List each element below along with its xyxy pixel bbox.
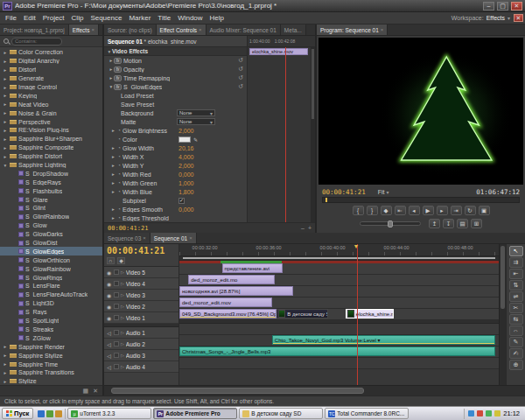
effect-item-s-glowrings[interactable]: S_GlowRings [0, 273, 102, 282]
trim-button[interactable]: ⊞ [471, 219, 482, 228]
param-row-width-red[interactable]: ▸◔Width Red0,000 [104, 170, 247, 178]
param-row-width-blue[interactable]: ▸◔Width Blue1,800 [104, 187, 247, 196]
timeline-clip-chto-takoe-novyi-god-mp3-volume-level[interactable]: Chto_Takoe_Novyi_God.mp3 Volume:Level ▾ [272, 335, 496, 345]
loop-button[interactable]: ↻ [465, 206, 476, 215]
param-row-color[interactable]: ◔Color✎ [104, 135, 247, 144]
tray-icon-3[interactable] [486, 410, 492, 416]
effects-folder-neat-video[interactable]: ▸Neat Video [0, 100, 102, 108]
reset-effect-icon[interactable]: ↺ [238, 66, 243, 73]
task-button-adobe-premiere-pro[interactable]: PrAdobe Premiere Pro [153, 408, 237, 419]
track-lane-video-3[interactable]: новогодняя.avi [28.87%] [179, 286, 499, 298]
slide-tool[interactable]: ⇔ [509, 326, 523, 336]
menu-title[interactable]: Title [154, 13, 174, 23]
timeline-clip-christmas-songs-jingle-bells-mp3[interactable]: Christmas_Songs_-_Jingle_Bells.mp3 [179, 346, 495, 356]
effects-folder-sapphire-time[interactable]: ▸Sapphire Time [0, 360, 102, 368]
mini-timeline-scrollbar[interactable] [311, 47, 315, 222]
param-value[interactable]: 4,000 [178, 154, 194, 160]
param-value[interactable]: 0,000 [178, 172, 194, 178]
menu-help[interactable]: Help [206, 13, 228, 23]
track-twirl-icon[interactable]: ▷ [121, 330, 124, 335]
stopwatch-icon[interactable]: ◔ [116, 136, 122, 142]
track-lane-audio-2[interactable]: Chto_Takoe_Novyi_God.mp3 Volume:Level ▾ [179, 335, 499, 346]
shuttle-slider[interactable] [360, 221, 421, 226]
effect-item-s-glowedges[interactable]: S_GlowEdges [0, 247, 102, 256]
track-mute-toggle[interactable]: ◁ [106, 341, 112, 347]
effects-folder-digital-anarchy[interactable]: ▸Digital Anarchy [0, 57, 102, 66]
go-to-out-button[interactable]: ⇥ [451, 206, 462, 215]
param-checkbox[interactable]: ✓ [178, 198, 185, 204]
ecw-tab-source-no-clips[interactable]: Source: (no clips) [104, 24, 157, 35]
effect-item-s-glowdarks[interactable]: S_GlowDarks [0, 230, 102, 239]
pen-tool[interactable]: ✎ [509, 337, 523, 347]
track-twirl-icon[interactable]: ▷ [121, 364, 124, 369]
effect-item-s-streaks[interactable]: S_Streaks [0, 326, 102, 334]
ecw-tab-audio-mixer-sequence-01[interactable]: Audio Mixer: Sequence 01 [206, 24, 281, 35]
effects-panel-tab-effects[interactable]: Effects× [69, 24, 99, 35]
timeline-tab-sequence-01[interactable]: Sequence 01× [150, 233, 197, 243]
ripple-edit-tool[interactable]: ⇤ [509, 269, 523, 279]
program-tab-program-sequence-01[interactable]: Program: Sequence 01× [317, 24, 388, 35]
track-twirl-icon[interactable]: ▷ [121, 341, 124, 346]
export-frame-button[interactable]: ▤ [457, 219, 468, 228]
param-row-subpixel[interactable]: Subpixel✓ [104, 196, 247, 205]
vertical-scroll-thumb[interactable] [500, 246, 505, 309]
maximize-button[interactable]: ▢ [497, 2, 508, 10]
effect-row-motion[interactable]: ▸fxMotion↺ [104, 56, 247, 65]
track-mute-toggle[interactable]: ◁ [106, 330, 112, 336]
ecw-tab-effect-controls[interactable]: Effect Controls× [157, 24, 206, 35]
quicklaunch-icon-1[interactable] [38, 410, 45, 417]
track-lock-toggle[interactable] [114, 364, 119, 369]
track-lock-toggle[interactable] [114, 341, 119, 346]
track-select-tool[interactable]: ⇉ [509, 257, 523, 268]
timeline-tab-sequence-03[interactable]: Sequence 03× [104, 233, 150, 243]
effects-folder-stylize[interactable]: ▸Stylize [0, 377, 102, 385]
timeline-timecode[interactable]: 00:00:41:21 [107, 246, 176, 256]
track-output-toggle[interactable]: ◉ [106, 315, 112, 321]
track-output-toggle[interactable]: ◉ [106, 304, 112, 310]
close-tab-icon[interactable]: × [199, 27, 202, 32]
effect-row-s-glowedges[interactable]: ▾fxS_GlowEdges↺ [104, 82, 247, 91]
effect-item-s-edgerays[interactable]: S_EdgeRays [0, 178, 102, 186]
track-lane-video-4[interactable]: ded_moroz_edit.mo [179, 275, 499, 286]
menu-project[interactable]: Project [39, 13, 68, 23]
shuttle-thumb[interactable] [388, 220, 393, 228]
effect-item-s-flashbulbs[interactable]: S_Flashbulbs [0, 186, 102, 195]
track-lane-audio-3[interactable]: Christmas_Songs_-_Jingle_Bells.mp3 [179, 346, 499, 358]
video-effects-section[interactable]: ▾Video Effects [104, 47, 247, 56]
effects-folder-re-vision-plug-ins[interactable]: ▸RE:Vision Plug-ins [0, 126, 102, 135]
track-twirl-icon[interactable]: ▷ [121, 270, 124, 275]
param-row-width-y[interactable]: ▸◔Width Y2,000 [104, 161, 247, 170]
effect-item-s-zglow[interactable]: S_ZGlow [0, 333, 102, 342]
track-lock-toggle[interactable] [114, 292, 119, 298]
param-row-glow-brightness[interactable]: ▸◔Glow Brightness2,000 [104, 126, 247, 135]
timeline-clip-ded-moroz-edit-mo[interactable]: ded_moroz_edit.mo [188, 275, 275, 284]
param-dropdown[interactable]: None▾ [177, 109, 215, 116]
slip-tool[interactable]: ⇆ [509, 314, 523, 325]
track-lock-toggle[interactable] [114, 270, 119, 275]
menu-clip[interactable]: Clip [68, 13, 88, 23]
effect-item-s-glowrainbow[interactable]: S_GlowRainbow [0, 264, 102, 273]
param-dropdown[interactable]: None▾ [177, 118, 215, 125]
stopwatch-icon[interactable]: ◔ [116, 145, 122, 150]
menu-file[interactable]: File [2, 13, 20, 23]
param-value[interactable]: 1,800 [178, 189, 194, 195]
param-row-glow-width[interactable]: ▸◔Glow Width20,16 [104, 144, 247, 152]
task-button-utorrent-3-2-3[interactable]: µuTorrent 3.2.3 [67, 408, 151, 419]
track-lock-toggle[interactable] [114, 330, 119, 335]
zoom-in-icon[interactable]: + [308, 224, 312, 233]
zoom-out-icon[interactable]: – [301, 224, 304, 233]
start-button[interactable]: Пуск [2, 408, 33, 419]
new-custom-bin-button[interactable]: ▦ [83, 387, 89, 396]
param-row-load-preset[interactable]: Load Preset [104, 91, 247, 100]
effect-controls-mini-timeline[interactable]: elochka_shine.mov [247, 47, 315, 222]
param-row-width-x[interactable]: ▸◔Width X4,000 [104, 152, 247, 161]
track-lock-toggle[interactable] [114, 315, 119, 320]
effect-controls-timecode[interactable]: 00:00:41:21 [108, 225, 148, 232]
effects-folder-sapphire-composite[interactable]: ▸Sapphire Composite [0, 144, 102, 152]
effect-item-s-glare[interactable]: S_Glare [0, 195, 102, 204]
timeline-cti[interactable]: ▼ [357, 244, 358, 385]
track-mute-toggle[interactable]: ◁ [106, 364, 112, 370]
track-twirl-icon[interactable]: ▷ [121, 281, 124, 286]
menu-edit[interactable]: Edit [20, 13, 39, 23]
effects-folder-image-control[interactable]: ▸Image Control [0, 83, 102, 92]
